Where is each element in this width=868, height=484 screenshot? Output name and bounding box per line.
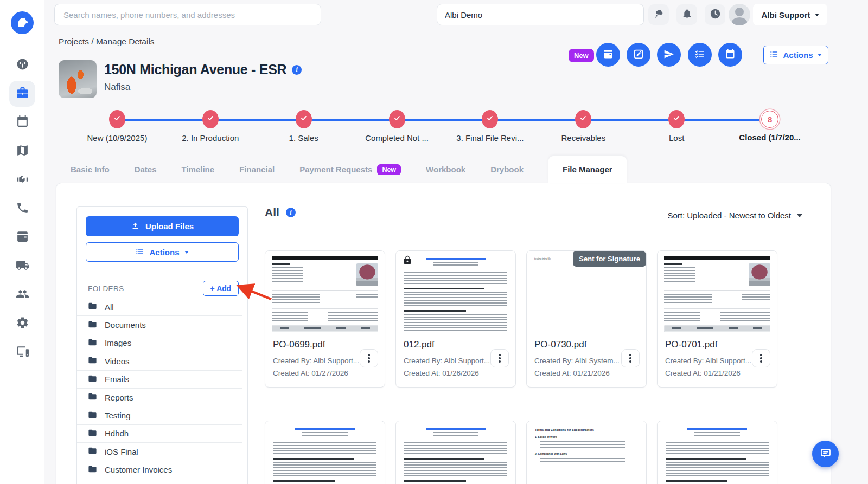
send-button[interactable] xyxy=(657,43,681,67)
sidebar-item-map[interactable] xyxy=(9,138,35,164)
history-button[interactable] xyxy=(705,4,725,25)
schedule-button[interactable] xyxy=(718,43,742,67)
albi-logo[interactable] xyxy=(11,11,34,34)
timeline-stage-label: Closed (1/7/20... xyxy=(739,133,800,142)
sidebar-item-devices[interactable] xyxy=(9,339,35,365)
folder-sidebar: Upload Files Actions FOLDERS + Add All D… xyxy=(76,206,248,484)
wallet-icon xyxy=(16,230,29,246)
upload-files-button[interactable]: Upload Files xyxy=(86,216,239,236)
tab-file-manager[interactable]: File Manager xyxy=(548,156,627,183)
map-icon xyxy=(16,144,29,159)
timeline-stage-lost[interactable]: Lost xyxy=(630,110,723,143)
folder-item-videos[interactable]: Videos xyxy=(77,352,242,370)
file-preview[interactable]: testing intro file Sent for Signature xyxy=(527,251,646,332)
file-preview[interactable] xyxy=(658,421,777,484)
file-name[interactable]: PO-0701.pdf xyxy=(665,339,769,350)
breadcrumb-projects[interactable]: Projects xyxy=(59,37,89,46)
thought-cloud-button[interactable] xyxy=(648,4,669,25)
tab-drybook[interactable]: Drybook xyxy=(490,156,524,183)
sort-dropdown[interactable]: Sort: Uploaded - Newest to Oldest xyxy=(667,211,802,220)
notifications-button[interactable] xyxy=(676,4,697,25)
sidebar-item-logistics[interactable] xyxy=(9,253,35,279)
chat-fab-button[interactable] xyxy=(812,441,839,467)
file-menu-button[interactable] xyxy=(621,349,640,367)
breadcrumb-manage-details[interactable]: Manage Details xyxy=(96,37,155,46)
folder-item-documents[interactable]: Documents xyxy=(77,316,242,334)
sidebar-item-settings[interactable] xyxy=(9,311,35,337)
tab-financial[interactable]: Financial xyxy=(239,156,275,183)
timeline-stage-new[interactable]: New (10/9/2025) xyxy=(71,110,164,143)
folder-icon xyxy=(88,446,97,457)
tab-workbook[interactable]: Workbook xyxy=(426,156,465,183)
folder-item-ios-final[interactable]: iOS Final xyxy=(77,443,242,461)
timeline-stage-final-file-review[interactable]: 3. Final File Revi... xyxy=(444,110,537,143)
file-preview[interactable] xyxy=(265,251,385,332)
chevron-down-icon xyxy=(184,251,189,254)
file-preview[interactable] xyxy=(658,251,777,332)
kebab-icon xyxy=(629,357,631,359)
file-name[interactable]: PO-0730.pdf xyxy=(534,339,639,350)
file-menu-button[interactable] xyxy=(752,349,770,367)
check-icon xyxy=(579,114,587,124)
sidebar-item-deals[interactable] xyxy=(9,167,35,193)
file-menu-button[interactable] xyxy=(490,349,509,367)
project-thumbnail[interactable] xyxy=(59,60,97,98)
file-menu-button[interactable] xyxy=(360,349,378,367)
project-actions-button[interactable]: Actions xyxy=(763,46,828,64)
sidebar-item-calls[interactable] xyxy=(9,196,35,222)
timeline-stage-in-production[interactable]: 2. In Production xyxy=(164,110,257,143)
folder-item-emails[interactable]: Emails xyxy=(77,371,242,389)
timeline-stage-completed[interactable]: Completed Not ... xyxy=(350,110,444,143)
tab-dates[interactable]: Dates xyxy=(135,156,157,183)
file-preview[interactable] xyxy=(396,421,515,484)
search-input[interactable] xyxy=(54,4,321,25)
tab-payment-requests[interactable]: Payment RequestsNew xyxy=(299,156,401,183)
payment-requests-new-badge: New xyxy=(377,164,401,175)
timeline-stage-closed[interactable]: 8 Closed (1/7/20... xyxy=(723,110,816,143)
info-icon[interactable]: i xyxy=(286,208,296,217)
kebab-icon xyxy=(499,357,501,359)
project-tabs: Basic Info Dates Timeline Financial Paym… xyxy=(71,156,627,183)
file-created-at: Created At: 01/21/2026 xyxy=(534,367,639,379)
sidebar-item-dashboard[interactable] xyxy=(9,52,35,78)
folder-icon xyxy=(88,410,97,421)
info-icon[interactable]: i xyxy=(292,65,302,75)
folder-actions-button[interactable]: Actions xyxy=(86,242,239,262)
timeline-stage-receivables[interactable]: Receivables xyxy=(537,110,630,143)
file-card: Terms and Conditions for Subcontractors … xyxy=(526,421,647,484)
folder-item-customer-invoices[interactable]: Customer Invoices xyxy=(77,461,242,479)
company-input[interactable] xyxy=(437,4,644,25)
payments-button[interactable] xyxy=(596,43,620,67)
sidebar-item-team[interactable] xyxy=(9,282,35,308)
list-icon xyxy=(136,247,144,257)
add-folder-button[interactable]: + Add xyxy=(203,281,239,296)
folder-icon xyxy=(88,356,97,366)
devices-icon xyxy=(16,345,29,360)
user-menu[interactable]: Albi Support xyxy=(753,4,827,25)
sidebar-item-projects[interactable] xyxy=(9,81,35,107)
timeline-stage-label: New (10/9/2025) xyxy=(87,133,147,143)
edit-button[interactable] xyxy=(627,43,650,67)
upload-icon xyxy=(131,221,140,232)
chat-icon xyxy=(819,447,832,461)
sidebar-item-calendar[interactable] xyxy=(9,109,35,135)
tab-basic-info[interactable]: Basic Info xyxy=(71,156,110,183)
folder-item-images[interactable]: Images xyxy=(77,334,242,352)
file-preview[interactable] xyxy=(396,251,515,332)
file-created-at: Created At: 01/21/2026 xyxy=(665,367,769,379)
breadcrumb-separator: / xyxy=(89,37,96,46)
file-preview[interactable] xyxy=(265,421,385,484)
folder-item-all[interactable]: All xyxy=(77,298,242,316)
sidebar-item-billing[interactable] xyxy=(9,224,35,250)
file-preview[interactable]: Terms and Conditions for Subcontractors … xyxy=(527,421,646,484)
tasks-button[interactable] xyxy=(688,43,712,67)
avatar[interactable] xyxy=(729,4,750,25)
timeline-stage-label: Lost xyxy=(669,133,684,143)
file-name[interactable]: PO-0699.pdf xyxy=(273,339,377,350)
folder-item-testing[interactable]: Testing xyxy=(77,406,242,424)
timeline-stage-sales[interactable]: 1. Sales xyxy=(257,110,350,143)
folder-item-reports[interactable]: Reports xyxy=(77,389,242,406)
tab-timeline[interactable]: Timeline xyxy=(182,156,215,183)
folder-item-hdhdh[interactable]: Hdhdh xyxy=(77,425,242,443)
file-name[interactable]: 012.pdf xyxy=(404,339,508,350)
